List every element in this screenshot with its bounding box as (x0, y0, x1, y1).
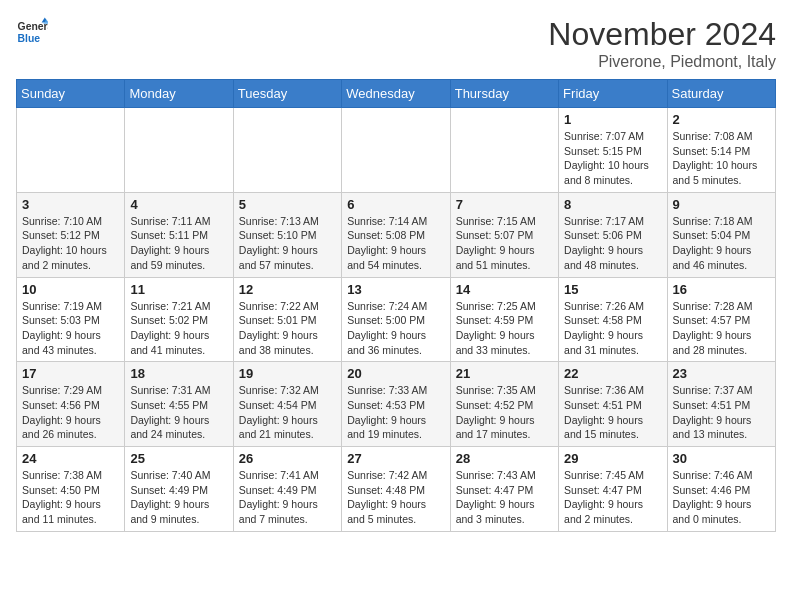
day-number: 20 (347, 366, 444, 381)
day-number: 18 (130, 366, 227, 381)
calendar-cell: 9Sunrise: 7:18 AMSunset: 5:04 PMDaylight… (667, 192, 775, 277)
day-number: 15 (564, 282, 661, 297)
day-number: 19 (239, 366, 336, 381)
page-header: General Blue November 2024 Piverone, Pie… (16, 16, 776, 71)
day-number: 16 (673, 282, 770, 297)
day-info: Sunrise: 7:33 AMSunset: 4:53 PMDaylight:… (347, 383, 444, 442)
calendar-cell: 25Sunrise: 7:40 AMSunset: 4:49 PMDayligh… (125, 447, 233, 532)
day-number: 22 (564, 366, 661, 381)
day-number: 25 (130, 451, 227, 466)
calendar-cell: 11Sunrise: 7:21 AMSunset: 5:02 PMDayligh… (125, 277, 233, 362)
calendar-cell: 8Sunrise: 7:17 AMSunset: 5:06 PMDaylight… (559, 192, 667, 277)
day-number: 12 (239, 282, 336, 297)
calendar-cell: 6Sunrise: 7:14 AMSunset: 5:08 PMDaylight… (342, 192, 450, 277)
day-number: 4 (130, 197, 227, 212)
weekday-header-monday: Monday (125, 80, 233, 108)
day-info: Sunrise: 7:15 AMSunset: 5:07 PMDaylight:… (456, 214, 553, 273)
svg-text:Blue: Blue (18, 33, 41, 44)
weekday-header-row: SundayMondayTuesdayWednesdayThursdayFrid… (17, 80, 776, 108)
weekday-header-friday: Friday (559, 80, 667, 108)
day-info: Sunrise: 7:37 AMSunset: 4:51 PMDaylight:… (673, 383, 770, 442)
svg-text:General: General (18, 21, 48, 32)
day-info: Sunrise: 7:46 AMSunset: 4:46 PMDaylight:… (673, 468, 770, 527)
location-subtitle: Piverone, Piedmont, Italy (548, 53, 776, 71)
day-info: Sunrise: 7:07 AMSunset: 5:15 PMDaylight:… (564, 129, 661, 188)
weekday-header-wednesday: Wednesday (342, 80, 450, 108)
calendar-cell (233, 108, 341, 193)
day-number: 21 (456, 366, 553, 381)
day-info: Sunrise: 7:14 AMSunset: 5:08 PMDaylight:… (347, 214, 444, 273)
day-number: 17 (22, 366, 119, 381)
calendar-cell: 15Sunrise: 7:26 AMSunset: 4:58 PMDayligh… (559, 277, 667, 362)
calendar-cell: 17Sunrise: 7:29 AMSunset: 4:56 PMDayligh… (17, 362, 125, 447)
day-number: 30 (673, 451, 770, 466)
calendar-week-3: 10Sunrise: 7:19 AMSunset: 5:03 PMDayligh… (17, 277, 776, 362)
day-info: Sunrise: 7:21 AMSunset: 5:02 PMDaylight:… (130, 299, 227, 358)
day-number: 24 (22, 451, 119, 466)
day-number: 6 (347, 197, 444, 212)
calendar-cell: 2Sunrise: 7:08 AMSunset: 5:14 PMDaylight… (667, 108, 775, 193)
day-info: Sunrise: 7:35 AMSunset: 4:52 PMDaylight:… (456, 383, 553, 442)
calendar-cell (125, 108, 233, 193)
calendar-week-4: 17Sunrise: 7:29 AMSunset: 4:56 PMDayligh… (17, 362, 776, 447)
day-info: Sunrise: 7:08 AMSunset: 5:14 PMDaylight:… (673, 129, 770, 188)
calendar-cell: 29Sunrise: 7:45 AMSunset: 4:47 PMDayligh… (559, 447, 667, 532)
day-info: Sunrise: 7:17 AMSunset: 5:06 PMDaylight:… (564, 214, 661, 273)
day-info: Sunrise: 7:18 AMSunset: 5:04 PMDaylight:… (673, 214, 770, 273)
calendar-cell: 13Sunrise: 7:24 AMSunset: 5:00 PMDayligh… (342, 277, 450, 362)
day-info: Sunrise: 7:41 AMSunset: 4:49 PMDaylight:… (239, 468, 336, 527)
calendar-cell: 3Sunrise: 7:10 AMSunset: 5:12 PMDaylight… (17, 192, 125, 277)
day-number: 9 (673, 197, 770, 212)
day-number: 13 (347, 282, 444, 297)
day-info: Sunrise: 7:45 AMSunset: 4:47 PMDaylight:… (564, 468, 661, 527)
day-number: 28 (456, 451, 553, 466)
calendar-week-1: 1Sunrise: 7:07 AMSunset: 5:15 PMDaylight… (17, 108, 776, 193)
calendar-cell: 27Sunrise: 7:42 AMSunset: 4:48 PMDayligh… (342, 447, 450, 532)
weekday-header-thursday: Thursday (450, 80, 558, 108)
day-number: 10 (22, 282, 119, 297)
day-info: Sunrise: 7:26 AMSunset: 4:58 PMDaylight:… (564, 299, 661, 358)
day-number: 8 (564, 197, 661, 212)
calendar-cell: 1Sunrise: 7:07 AMSunset: 5:15 PMDaylight… (559, 108, 667, 193)
day-info: Sunrise: 7:43 AMSunset: 4:47 PMDaylight:… (456, 468, 553, 527)
day-info: Sunrise: 7:19 AMSunset: 5:03 PMDaylight:… (22, 299, 119, 358)
calendar-cell (450, 108, 558, 193)
day-number: 27 (347, 451, 444, 466)
day-number: 7 (456, 197, 553, 212)
weekday-header-saturday: Saturday (667, 80, 775, 108)
day-info: Sunrise: 7:29 AMSunset: 4:56 PMDaylight:… (22, 383, 119, 442)
day-number: 3 (22, 197, 119, 212)
day-info: Sunrise: 7:32 AMSunset: 4:54 PMDaylight:… (239, 383, 336, 442)
calendar-cell: 5Sunrise: 7:13 AMSunset: 5:10 PMDaylight… (233, 192, 341, 277)
calendar-cell: 7Sunrise: 7:15 AMSunset: 5:07 PMDaylight… (450, 192, 558, 277)
day-info: Sunrise: 7:42 AMSunset: 4:48 PMDaylight:… (347, 468, 444, 527)
day-info: Sunrise: 7:28 AMSunset: 4:57 PMDaylight:… (673, 299, 770, 358)
calendar-cell: 20Sunrise: 7:33 AMSunset: 4:53 PMDayligh… (342, 362, 450, 447)
calendar-cell: 21Sunrise: 7:35 AMSunset: 4:52 PMDayligh… (450, 362, 558, 447)
month-title: November 2024 (548, 16, 776, 53)
day-number: 26 (239, 451, 336, 466)
weekday-header-tuesday: Tuesday (233, 80, 341, 108)
day-number: 14 (456, 282, 553, 297)
calendar-week-2: 3Sunrise: 7:10 AMSunset: 5:12 PMDaylight… (17, 192, 776, 277)
day-number: 1 (564, 112, 661, 127)
calendar-cell: 26Sunrise: 7:41 AMSunset: 4:49 PMDayligh… (233, 447, 341, 532)
calendar-cell: 23Sunrise: 7:37 AMSunset: 4:51 PMDayligh… (667, 362, 775, 447)
calendar-cell: 16Sunrise: 7:28 AMSunset: 4:57 PMDayligh… (667, 277, 775, 362)
day-number: 5 (239, 197, 336, 212)
calendar-table: SundayMondayTuesdayWednesdayThursdayFrid… (16, 79, 776, 532)
day-number: 29 (564, 451, 661, 466)
calendar-header: SundayMondayTuesdayWednesdayThursdayFrid… (17, 80, 776, 108)
day-info: Sunrise: 7:36 AMSunset: 4:51 PMDaylight:… (564, 383, 661, 442)
calendar-cell: 10Sunrise: 7:19 AMSunset: 5:03 PMDayligh… (17, 277, 125, 362)
calendar-cell: 19Sunrise: 7:32 AMSunset: 4:54 PMDayligh… (233, 362, 341, 447)
day-number: 23 (673, 366, 770, 381)
day-number: 2 (673, 112, 770, 127)
calendar-cell (17, 108, 125, 193)
calendar-cell: 4Sunrise: 7:11 AMSunset: 5:11 PMDaylight… (125, 192, 233, 277)
calendar-cell: 24Sunrise: 7:38 AMSunset: 4:50 PMDayligh… (17, 447, 125, 532)
day-info: Sunrise: 7:38 AMSunset: 4:50 PMDaylight:… (22, 468, 119, 527)
day-info: Sunrise: 7:24 AMSunset: 5:00 PMDaylight:… (347, 299, 444, 358)
day-info: Sunrise: 7:31 AMSunset: 4:55 PMDaylight:… (130, 383, 227, 442)
day-info: Sunrise: 7:13 AMSunset: 5:10 PMDaylight:… (239, 214, 336, 273)
